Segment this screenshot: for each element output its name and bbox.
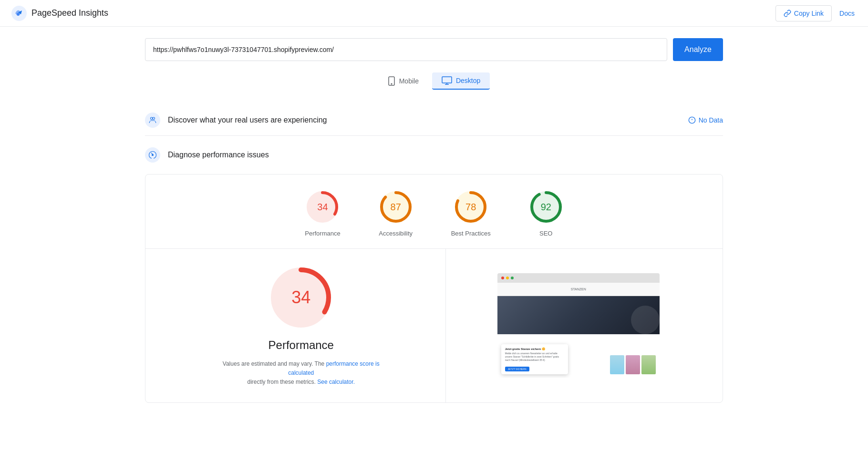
accessibility-circle: 87 <box>379 190 413 224</box>
popup-images <box>610 355 656 374</box>
mobile-icon <box>388 76 395 86</box>
performance-circle: 34 <box>305 190 340 224</box>
performance-large-circle: 34 <box>268 264 334 331</box>
popup-title: Jetzt gratis Stanze sichern 🌼 <box>505 347 564 350</box>
app-title: PageSpeed Insights <box>31 8 108 18</box>
performance-large-title: Performance <box>269 339 334 352</box>
seo-score-label: SEO <box>539 230 552 237</box>
diagnose-icon <box>145 147 160 163</box>
svg-point-3 <box>391 83 392 84</box>
header: PageSpeed Insights Copy Link Docs <box>0 0 868 27</box>
scores-bottom: 34 Performance Values are estimated and … <box>157 249 711 402</box>
no-data-badge: No Data <box>688 116 723 124</box>
url-bar-section: Analyze <box>145 38 723 61</box>
seo-score-item[interactable]: 92 SEO <box>529 190 563 237</box>
website-screenshot: STANZEN Jetzt gratis Stanze sichern 🌼 Me… <box>497 273 660 378</box>
info-icon <box>688 116 696 124</box>
url-input[interactable] <box>145 38 667 61</box>
popup-text: Melde dich zu unserem Newsletter an und … <box>505 352 564 362</box>
discover-left: Discover what your real users are experi… <box>145 113 327 128</box>
svg-line-11 <box>151 153 153 154</box>
link-icon <box>784 10 791 17</box>
scores-row: 34 Performance 87 Accessibility <box>157 190 711 248</box>
scores-card: 34 Performance 87 Accessibility <box>145 174 723 403</box>
browser-content: STANZEN Jetzt gratis Stanze sichern 🌼 Me… <box>497 283 660 378</box>
best-practices-score-item[interactable]: 78 Best Practices <box>451 190 491 237</box>
best-practices-score-label: Best Practices <box>451 230 491 237</box>
performance-note: Values are estimated and may vary. The p… <box>215 359 387 387</box>
seo-score-number: 92 <box>541 202 551 213</box>
browser-dot-green <box>511 277 514 279</box>
svg-point-1 <box>17 13 20 16</box>
svg-point-5 <box>151 117 153 120</box>
popup-img-3 <box>641 355 656 374</box>
main-content: Analyze Mobile Desktop <box>134 27 734 414</box>
analyze-button[interactable]: Analyze <box>673 38 723 61</box>
discover-title: Discover what your real users are experi… <box>168 116 327 124</box>
svg-point-6 <box>153 117 155 120</box>
seo-circle: 92 <box>529 190 563 224</box>
accessibility-score-item[interactable]: 87 Accessibility <box>379 190 413 237</box>
header-actions: Copy Link Docs <box>775 5 857 21</box>
performance-score-label: Performance <box>305 230 340 237</box>
gauge-icon <box>148 151 157 159</box>
browser-topbar <box>497 273 660 283</box>
pagespeed-logo-icon <box>11 6 27 21</box>
best-practices-score-number: 78 <box>465 202 476 213</box>
desktop-tab[interactable]: Desktop <box>432 72 490 90</box>
accessibility-score-label: Accessibility <box>379 230 413 237</box>
diagnose-title: Diagnose performance issues <box>168 151 269 159</box>
screenshot-side: STANZEN Jetzt gratis Stanze sichern 🌼 Me… <box>446 249 712 402</box>
site-nav-text: STANZEN <box>571 287 586 291</box>
best-practices-circle: 78 <box>454 190 488 224</box>
popup-img-1 <box>610 355 624 374</box>
browser-dot-yellow <box>506 277 509 279</box>
performance-score-item[interactable]: 34 Performance <box>305 190 340 237</box>
mobile-tab[interactable]: Mobile <box>378 72 428 90</box>
device-toggle: Mobile Desktop <box>145 72 723 90</box>
no-data-label: No Data <box>699 116 723 124</box>
site-nav: STANZEN <box>497 283 660 296</box>
performance-detail: 34 Performance Values are estimated and … <box>157 249 446 402</box>
docs-link[interactable]: Docs <box>837 6 857 21</box>
copy-link-label: Copy Link <box>794 10 824 17</box>
discover-icon <box>145 113 160 128</box>
performance-score-number: 34 <box>317 202 328 213</box>
desktop-icon <box>442 76 452 85</box>
popup-img-2 <box>626 355 640 374</box>
calculator-link[interactable]: See calculator. <box>317 379 355 385</box>
accessibility-score-number: 87 <box>391 202 401 213</box>
svg-point-10 <box>152 154 154 156</box>
site-popup: Jetzt gratis Stanze sichern 🌼 Melde dich… <box>501 344 568 374</box>
browser-dot-red <box>501 277 504 279</box>
users-icon <box>148 116 157 124</box>
svg-rect-4 <box>442 77 452 83</box>
performance-large-number: 34 <box>291 287 310 308</box>
popup-button: JETZT SICHERN <box>505 367 529 371</box>
site-hero <box>497 296 660 334</box>
discover-section: Discover what your real users are experi… <box>145 105 723 136</box>
diagnose-section: Diagnose performance issues <box>145 144 723 166</box>
copy-link-button[interactable]: Copy Link <box>775 5 832 21</box>
logo-area: PageSpeed Insights <box>11 6 108 21</box>
